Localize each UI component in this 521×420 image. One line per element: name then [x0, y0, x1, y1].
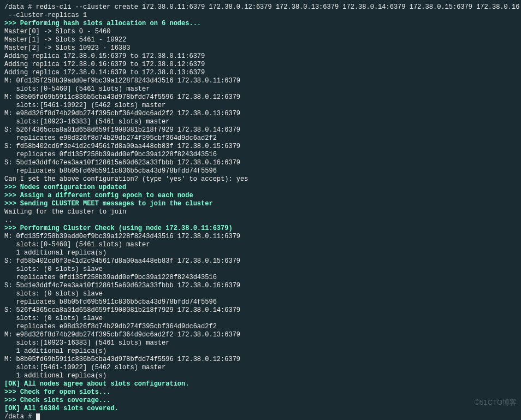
output-line: M: 0fd135f258b39add0ef9bc39a1228f8243d43…	[4, 77, 517, 85]
output-line: replicates e98d326f8d74b29db274f395cbf36…	[4, 134, 517, 143]
output-line: replicates e98d326f8d74b29db274f395cbf36…	[4, 323, 517, 331]
output-line: Waiting for the cluster to join	[4, 208, 517, 216]
output-line: slots:[10923-16383] (5461 slots) master	[4, 118, 517, 126]
output-line: M: 0fd135f258b39add0ef9bc39a1228f8243d43…	[4, 233, 517, 241]
output-line: >>> Performing Cluster Check (using node…	[4, 224, 517, 233]
output-line: 1 additional replica(s)	[4, 372, 517, 380]
output-line: Can I set the above configuration? (type…	[4, 175, 517, 184]
terminal-output[interactable]: /data # redis-cli --cluster create 172.3…	[4, 3, 517, 420]
output-line: Master[1] -> Slots 5461 - 10922	[4, 36, 517, 44]
output-line: S: fd58b402cd6f3e41d2c945617d8a00aa448eb…	[4, 257, 517, 265]
output-line: slots:[5461-10922] (5462 slots) master	[4, 102, 517, 110]
output-line: >>> Check for open slots...	[4, 388, 517, 397]
output-line: replicates b8b05fd69b5911c836b5cba43d978…	[4, 167, 517, 175]
output-line: Master[2] -> Slots 10923 - 16383	[4, 44, 517, 52]
prompt-line: /data # redis-cli --cluster create 172.3…	[4, 3, 517, 11]
output-line: >>> Nodes configuration updated	[4, 184, 517, 192]
output-line: M: b8b05fd69b5911c836b5cba43d978bfdd74f5…	[4, 356, 517, 364]
final-prompt-path: /data	[4, 413, 24, 420]
output-line: slots: (0 slots) slave	[4, 315, 517, 323]
output-line: S: 5bd1e3ddf4c7ea3aa10f128615a60d623a33f…	[4, 282, 517, 290]
output-line: >>> Assign a different config epoch to e…	[4, 192, 517, 200]
cursor-icon	[36, 413, 40, 420]
output-line: M: e98d326f8d74b29db274f395cbf364d9dc6ad…	[4, 331, 517, 339]
final-prompt-line: /data #	[4, 413, 517, 420]
output-line: slots:[0-5460] (5461 slots) master	[4, 241, 517, 249]
output-line: replicates 0fd135f258b39add0ef9bc39a1228…	[4, 274, 517, 282]
output-line: slots:[10923-16383] (5461 slots) master	[4, 339, 517, 347]
output-line: S: 526f4365cca8a01d658d659f1908081b218f7…	[4, 306, 517, 315]
output-line: >>> Check slots coverage...	[4, 397, 517, 405]
output-lines: >>> Performing hash slots allocation on …	[4, 20, 517, 413]
output-line: 1 additional replica(s)	[4, 249, 517, 257]
output-line: [OK] All 16384 slots covered.	[4, 405, 517, 413]
output-line: Adding replica 172.38.0.16:6379 to 172.3…	[4, 61, 517, 69]
command-continuation: --cluster-replicas 1	[4, 11, 517, 20]
output-line: S: 526f4365cca8a01d658d659f1908081b218f7…	[4, 126, 517, 134]
output-line: [OK] All nodes agree about slots configu…	[4, 380, 517, 388]
output-line: replicates b8b05fd69b5911c836b5cba43d978…	[4, 298, 517, 306]
output-line: S: fd58b402cd6f3e41d2c945617d8a00aa448eb…	[4, 143, 517, 151]
output-line: slots: (0 slots) slave	[4, 290, 517, 298]
output-line: >>> Sending CLUSTER MEET messages to joi…	[4, 200, 517, 208]
output-line: S: 5bd1e3ddf4c7ea3aa10f128615a60d623a33f…	[4, 159, 517, 167]
output-line: M: e98d326f8d74b29db274f395cbf364d9dc6ad…	[4, 110, 517, 118]
output-line: slots: (0 slots) slave	[4, 265, 517, 274]
output-line: M: b8b05fd69b5911c836b5cba43d978bfdd74f5…	[4, 93, 517, 102]
output-line: 1 additional replica(s)	[4, 347, 517, 356]
output-line: Adding replica 172.38.0.15:6379 to 172.3…	[4, 52, 517, 61]
final-prompt-symbol: #	[28, 413, 32, 420]
output-line: Master[0] -> Slots 0 - 5460	[4, 28, 517, 36]
output-line: ..	[4, 216, 517, 224]
output-line: replicates 0fd135f258b39add0ef9bc39a1228…	[4, 151, 517, 159]
output-line: Adding replica 172.38.0.14:6379 to 172.3…	[4, 69, 517, 77]
watermark-text: ©51CTO博客	[475, 398, 517, 406]
output-line: slots:[0-5460] (5461 slots) master	[4, 85, 517, 93]
output-line: slots:[5461-10922] (5462 slots) master	[4, 364, 517, 372]
output-line: >>> Performing hash slots allocation on …	[4, 20, 517, 28]
